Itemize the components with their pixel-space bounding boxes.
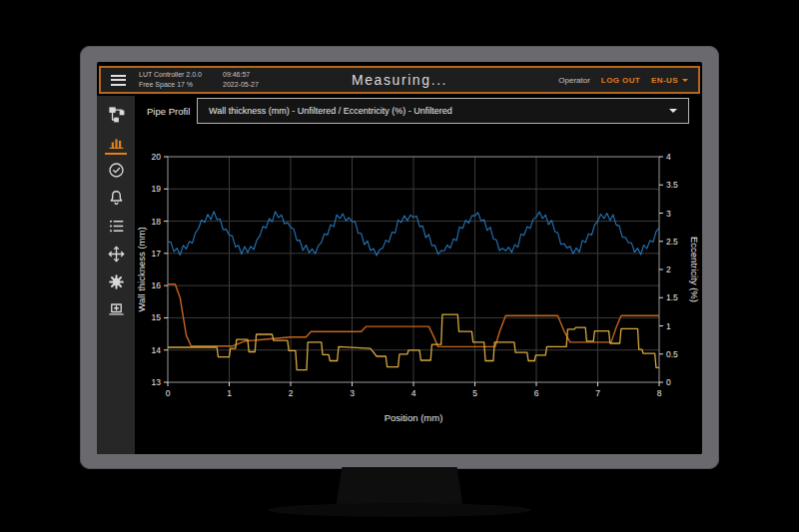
sidebar-item-chart[interactable] (103, 130, 129, 154)
sidebar-item-checks[interactable] (103, 158, 129, 182)
language-label: EN-US (651, 76, 678, 85)
sidebar-item-alarms[interactable] (103, 186, 129, 210)
bar-chart-icon (107, 133, 126, 152)
laptop-add-icon (107, 300, 126, 319)
pipe-profile-selected: Wall thickness (mm) - Unfiltered / Eccen… (209, 106, 452, 116)
gear-icon (107, 272, 126, 291)
sidebar-item-log[interactable] (103, 214, 129, 238)
free-space: Free Space 17 % (139, 80, 223, 90)
list-icon (107, 217, 126, 236)
svg-text:7: 7 (595, 388, 600, 398)
svg-text:17: 17 (152, 249, 162, 259)
main-content: Pipe Profil Wall thickness (mm) - Unfilt… (135, 96, 702, 454)
monitor-bezel: LUT Controller 2.0.009:46:57 Free Space … (80, 46, 719, 469)
language-selector[interactable]: EN-US (651, 76, 688, 85)
svg-text:3: 3 (666, 209, 671, 219)
pipe-profile-dropdown[interactable]: Wall thickness (mm) - Unfiltered / Eccen… (197, 98, 689, 124)
svg-text:2.5: 2.5 (666, 237, 678, 247)
svg-text:0: 0 (166, 388, 171, 398)
svg-text:3: 3 (350, 388, 355, 398)
clock: 09:46:57 (223, 71, 250, 78)
menu-icon[interactable] (111, 72, 126, 88)
svg-text:20: 20 (152, 152, 162, 162)
move-icon (107, 245, 126, 264)
svg-text:1.5: 1.5 (666, 292, 678, 302)
svg-text:Eccentricity (%): Eccentricity (%) (689, 237, 700, 302)
svg-text:0: 0 (666, 377, 671, 387)
svg-text:4: 4 (666, 152, 671, 162)
sitemap-icon (107, 105, 126, 124)
date: 2022-05-27 (223, 81, 259, 88)
svg-text:0.5: 0.5 (666, 349, 678, 359)
svg-text:1: 1 (227, 388, 232, 398)
dropdown-caret-icon (669, 109, 677, 117)
check-circle-icon (107, 161, 126, 180)
svg-text:16: 16 (152, 280, 162, 290)
user-role: Operator (558, 76, 590, 85)
pipe-profile-row: Pipe Profil Wall thickness (mm) - Unfilt… (135, 96, 702, 126)
svg-text:15: 15 (152, 312, 162, 322)
top-bar: LUT Controller 2.0.009:46:57 Free Space … (99, 66, 700, 94)
system-info: LUT Controller 2.0.009:46:57 Free Space … (139, 70, 259, 90)
svg-text:1: 1 (666, 321, 671, 331)
svg-text:19: 19 (152, 184, 162, 194)
svg-text:13: 13 (152, 377, 162, 387)
pipe-profile-label: Pipe Profil (147, 106, 197, 117)
app-title: LUT Controller 2.0.0 (139, 70, 223, 80)
svg-text:8: 8 (657, 388, 662, 398)
sidebar-item-settings[interactable] (103, 269, 129, 293)
svg-text:4: 4 (411, 388, 416, 398)
bell-icon (107, 189, 126, 208)
sidebar-item-remote[interactable] (103, 297, 129, 321)
svg-text:2: 2 (666, 265, 671, 274)
svg-text:14: 14 (152, 345, 162, 355)
sidebar (97, 96, 135, 454)
chevron-down-icon (682, 79, 688, 85)
svg-text:5: 5 (472, 388, 477, 398)
svg-text:6: 6 (534, 388, 539, 398)
svg-text:18: 18 (152, 217, 162, 227)
pipe-profile-chart: 131415161718192000.511.522.533.540123456… (135, 130, 702, 429)
svg-text:2: 2 (289, 388, 294, 398)
logout-button[interactable]: LOG OUT (601, 76, 640, 85)
svg-text:3.5: 3.5 (666, 180, 678, 190)
sidebar-item-sitemap[interactable] (103, 102, 129, 126)
monitor-stand-base (268, 503, 531, 517)
svg-text:Wall thickness (mm): Wall thickness (mm) (136, 227, 147, 311)
svg-text:Position (mm): Position (mm) (385, 412, 443, 423)
sidebar-item-move[interactable] (103, 242, 129, 266)
screen: LUT Controller 2.0.009:46:57 Free Space … (97, 62, 702, 454)
